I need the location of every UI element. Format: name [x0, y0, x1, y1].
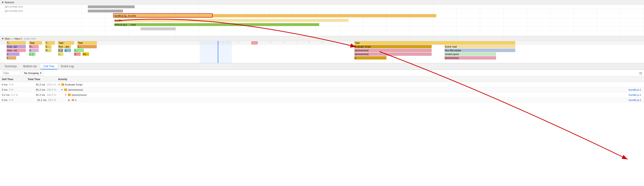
vertical-timeline-line	[218, 41, 218, 63]
cell-source-3[interactable]: bundle.js:1	[624, 98, 643, 102]
tab-bottom-up[interactable]: Bottom-Up	[20, 64, 39, 69]
flame-dots1: (...)	[58, 49, 63, 52]
flame-dots2: (...)	[29, 52, 36, 56]
flame-f1: f	[6, 56, 16, 60]
expand-icon-1[interactable]: ▼	[61, 88, 63, 91]
flame-evaluate-script: Evaluate Script	[354, 45, 432, 48]
col-header-activity: Activity	[57, 78, 624, 80]
network-row-2: (gm.mmstat.com)	[0, 9, 644, 13]
table-row: 0.2 ms 0.2 % 81.2 ms 100.0 % ▼ (anonymou…	[0, 92, 644, 98]
flame-h1: h	[74, 52, 80, 56]
table-row: 0 ms 0 % 81.2 ms 100.0 % ▼ Evaluate Scri…	[0, 82, 644, 87]
flame-task-right2: Task	[354, 41, 516, 44]
grouping-label: No Grouping	[24, 72, 39, 74]
flame-e1: E...	[45, 45, 52, 48]
cell-self-time-0: 0 ms 0 %	[1, 83, 27, 86]
bundle2-label: bundle...	[114, 19, 124, 22]
flame-o1: o	[354, 56, 387, 60]
flame-r1: R...	[29, 45, 39, 48]
network-panel: ▼ Network (gm.mmstat.com) (gm.mmstat.com…	[0, 0, 644, 36]
flame-task-right1	[251, 41, 258, 44]
timeline-panel: ▼ Main — https://...index.html T... Task…	[0, 36, 644, 63]
flame-task-row2: (...	[77, 45, 97, 48]
toolbar: No Grouping ▼ ⊡	[0, 70, 644, 76]
filter-input[interactable]	[2, 71, 20, 76]
folder-icon-2	[68, 94, 71, 96]
cell-self-time-3: 0 ms 0 %	[1, 98, 27, 102]
expand-icon-2[interactable]: ▼	[65, 94, 67, 96]
col-header-total-time: Total Time	[27, 78, 57, 80]
expand-icon-0[interactable]: ▼	[58, 84, 60, 86]
bottom-panel: Summary Bottom-Up Call Tree Event Log No…	[0, 63, 644, 186]
table-row: 0 ms 0 % 81.2 ms 100.0 % ▼ (anonymous) b…	[0, 87, 644, 92]
flame-eval1: Eval...ript	[6, 45, 26, 48]
flame-anon-right3: (anonymous)	[444, 56, 496, 60]
flame-t1: T...	[6, 41, 26, 44]
tab-call-tree[interactable]: Call Tree	[40, 64, 57, 69]
flame-task2: Task	[58, 41, 74, 44]
flame-r2: R...	[45, 49, 52, 52]
network-row-bundle: bundle.js (g...in.com)	[0, 13, 644, 18]
flame-event-load: Event: load	[444, 45, 516, 48]
flame-task3: Task	[77, 41, 97, 44]
cell-activity-2: ▼ (anonymous)	[57, 94, 624, 96]
cell-source-1[interactable]: bundle.js:1	[624, 88, 643, 91]
cell-total-time-1: 81.2 ms 100.0 %	[27, 88, 57, 91]
flame-c1: c	[6, 52, 20, 56]
table-body: 0 ms 0 % 81.2 ms 100.0 % ▼ Evaluate Scri…	[0, 82, 644, 186]
flame-r3: r...	[58, 52, 63, 56]
flame-run1: Run ...sks	[58, 45, 71, 48]
chevron-down-icon: ▼	[40, 72, 42, 74]
cell-total-time-2: 81.2 ms 100.0 %	[27, 94, 57, 96]
cell-activity-3: ▶ o	[57, 98, 624, 102]
cell-source-2[interactable]: bundle.js:1	[624, 94, 643, 96]
cell-total-time-0: 81.2 ms 100.0 %	[27, 83, 57, 86]
timeline-label: ▼ Main — https://...index.html	[2, 37, 36, 40]
network-label: ▼ Network	[2, 1, 14, 4]
flame-anon-right2: (anonymous)	[354, 52, 432, 56]
flame-hu1: Hu	[82, 52, 89, 56]
col-header-self-time: Self Time	[1, 78, 27, 80]
table-row: 0 ms 0 % 81.1 ms 99.8 % ▶ o bundle.js:1	[0, 98, 644, 102]
flame-b1: b	[29, 49, 39, 52]
grouping-dropdown[interactable]: No Grouping ▼	[22, 71, 43, 76]
bundle-label: bundle.js (g...in.com)	[114, 14, 136, 17]
cell-self-time-2: 0.2 ms 0.2 %	[1, 94, 27, 96]
network-row-label-1: (gm.mmstat.com)	[0, 6, 58, 8]
flame-anon1: (ano...us)	[6, 49, 26, 52]
network-row-1: (gm.mmstat.com)	[0, 5, 644, 9]
maximize-button[interactable]: ⊡	[639, 71, 642, 75]
cell-self-time-1: 0 ms 0 %	[1, 88, 27, 91]
flame-t2: T...	[45, 41, 55, 44]
entry-label: entry.js (g.d......com)	[114, 24, 136, 26]
cell-total-time-3: 81.1 ms 99.8 %	[27, 98, 57, 102]
flame-graph: T... Task T... Task Task Task Eval...rip…	[0, 41, 644, 63]
expand-icon-3[interactable]: ▶	[68, 99, 71, 101]
tabs-bar: Summary Bottom-Up Call Tree Event Log	[0, 63, 644, 70]
flame-run-microtasks: Run Microtasks	[444, 49, 516, 52]
flame-anon-right1: (anonymous)	[354, 49, 432, 52]
flame-t3: t...	[74, 49, 84, 52]
timeline-header: ▼ Main — https://...index.html	[0, 36, 644, 41]
network-header: ▼ Network	[0, 0, 644, 5]
flame-render-layout: renderLayout	[444, 52, 496, 56]
network-row-extra	[0, 27, 644, 31]
table-header: Self Time Total Time Activity	[0, 76, 644, 82]
network-row-bundle2: bundle...	[0, 18, 644, 22]
flame-task1: Task	[29, 41, 42, 44]
folder-icon-3	[72, 99, 74, 101]
tab-summary[interactable]: Summary	[2, 64, 20, 69]
network-row-label-2: (gm.mmstat.com)	[0, 10, 58, 12]
folder-icon-1	[64, 88, 67, 91]
folder-icon-0	[61, 84, 64, 86]
network-row-entry: entry.js (g.d......com)	[0, 22, 644, 27]
tab-event-log[interactable]: Event Log	[58, 64, 76, 69]
flame-p1: p	[64, 49, 71, 52]
cell-activity-0: ▼ Evaluate Script	[57, 83, 624, 86]
cell-activity-1: ▼ (anonymous)	[57, 88, 624, 91]
